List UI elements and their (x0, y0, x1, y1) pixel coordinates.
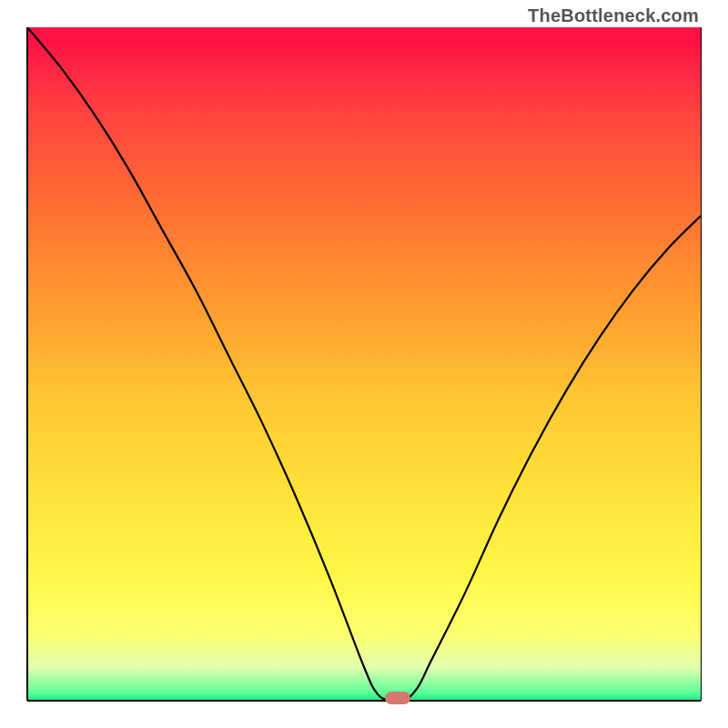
bottleneck-curve (27, 27, 701, 701)
curve-path (27, 27, 701, 701)
optimal-point-marker (385, 692, 410, 704)
attribution-label: TheBottleneck.com (528, 5, 699, 26)
bottleneck-chart: TheBottleneck.com (0, 0, 728, 728)
